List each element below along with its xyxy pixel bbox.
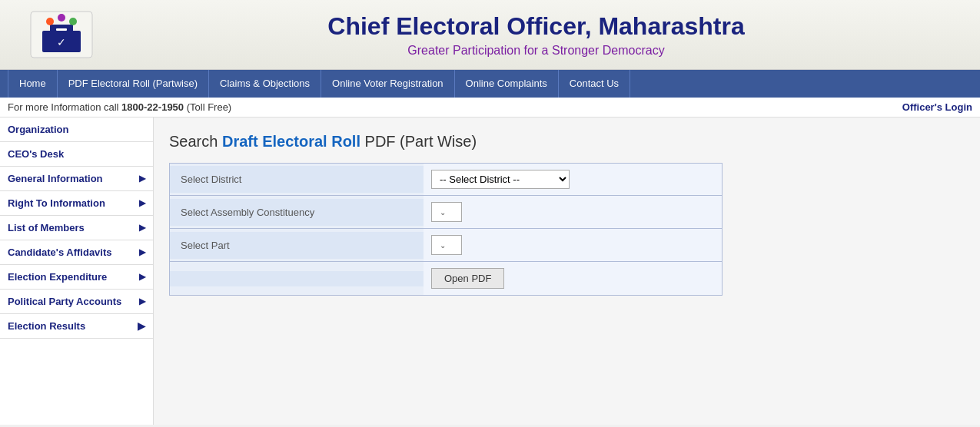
sidebar-item-5[interactable]: Candidate's Affidavits▶ [0,240,153,265]
part-select[interactable]: ⌄ [431,235,462,255]
assembly-row: Select Assembly Constituency ⌄ [170,196,722,229]
navbar: HomePDF Electoral Roll (Partwise)Claims … [0,70,980,98]
toll-free-label: (Toll Free) [184,101,231,113]
sidebar-arrow-icon-3: ▶ [139,198,145,208]
sidebar-item-7[interactable]: Political Party Accounts▶ [0,290,153,314]
sidebar-item-4[interactable]: List of Members▶ [0,216,153,240]
open-pdf-button[interactable]: Open PDF [431,268,504,289]
toll-free-info: For more Information call 1800-22-1950 (… [8,101,231,113]
svg-text:✓: ✓ [57,36,66,48]
sidebar-item-label-0: Organization [8,124,68,135]
svg-rect-6 [56,28,67,31]
officer-login-link[interactable]: Officer's Login [902,101,972,113]
sidebar-item-6[interactable]: Election Expenditure▶ [0,265,153,290]
search-title-rest: PDF (Part Wise) [360,133,477,150]
svg-point-4 [58,14,65,22]
sidebar: OrganizationCEO's DeskGeneral Informatio… [0,118,154,425]
sidebar-arrow-icon-5: ▶ [139,247,145,257]
search-title: Search Draft Electoral Roll PDF (Part Wi… [169,133,965,151]
sidebar-item-label-2: General Information [8,173,103,184]
sidebar-item-label-5: Candidate's Affidavits [8,247,112,258]
sidebar-item-8[interactable]: Election Results▶ [0,314,153,339]
sidebar-item-0[interactable]: Organization [0,118,153,142]
sidebar-arrow-icon-7: ▶ [139,296,145,306]
sidebar-item-label-6: Election Expenditure [8,271,107,283]
button-spacer [170,271,424,286]
svg-point-3 [46,18,54,25]
phone-number: 1800-22-1950 [121,101,184,113]
nav-item-voter-reg[interactable]: Online Voter Registration [321,70,455,98]
district-label: Select District [170,166,424,193]
assembly-control: ⌄ [424,196,722,228]
svg-point-5 [69,18,77,25]
main-layout: OrganizationCEO's DeskGeneral Informatio… [0,118,980,425]
sidebar-item-1[interactable]: CEO's Desk [0,142,153,167]
part-control: ⌄ [424,229,722,261]
election-commission-logo: ✓ [27,8,96,61]
nav-item-home[interactable]: Home [8,70,58,98]
search-form: Select District -- Select District -- Se… [169,163,723,296]
infobar: For more Information call 1800-22-1950 (… [0,98,980,118]
search-title-highlight: Draft Electoral Roll [222,133,360,150]
nav-item-contact[interactable]: Contact Us [559,70,630,98]
part-dropdown-icon: ⌄ [440,241,446,250]
sidebar-arrow-icon-8: ▶ [138,320,145,332]
nav-item-complaints[interactable]: Online Complaints [455,70,559,98]
sidebar-item-label-3: Right To Information [8,197,105,209]
nav-item-pdf-roll[interactable]: PDF Electoral Roll (Partwise) [58,70,209,98]
button-control: Open PDF [424,262,722,295]
district-row: Select District -- Select District -- [170,164,722,196]
assembly-dropdown-icon: ⌄ [440,208,446,217]
sidebar-item-label-4: List of Members [8,222,85,233]
logo-area: ✓ [15,8,108,61]
assembly-label: Select Assembly Constituency [170,199,424,226]
info-text: For more Information call [8,101,121,113]
sidebar-arrow-icon-6: ▶ [139,272,145,282]
sidebar-arrow-icon-4: ▶ [139,223,145,233]
content-area: Search Draft Electoral Roll PDF (Part Wi… [154,118,980,425]
assembly-select[interactable]: ⌄ [431,202,462,222]
part-label: Select Part [170,232,424,259]
district-control: -- Select District -- [424,164,722,195]
sidebar-item-3[interactable]: Right To Information▶ [0,191,153,216]
sub-title: Greater Participation for a Stronger Dem… [108,44,965,58]
search-title-plain: Search [169,133,222,150]
sidebar-item-2[interactable]: General Information▶ [0,167,153,191]
sidebar-item-label-8: Election Results [8,320,85,332]
sidebar-item-label-7: Political Party Accounts [8,296,121,307]
main-title: Chief Electoral Officer, Maharashtra [108,12,965,41]
district-select[interactable]: -- Select District -- [431,170,570,189]
title-area: Chief Electoral Officer, Maharashtra Gre… [108,12,965,58]
sidebar-arrow-icon-2: ▶ [139,174,145,184]
page-header: ✓ Chief Electoral Officer, Maharashtra G… [0,0,980,70]
sidebar-item-label-1: CEO's Desk [8,148,64,160]
button-row: Open PDF [170,262,722,295]
nav-item-claims[interactable]: Claims & Objections [209,70,321,98]
part-row: Select Part ⌄ [170,229,722,262]
